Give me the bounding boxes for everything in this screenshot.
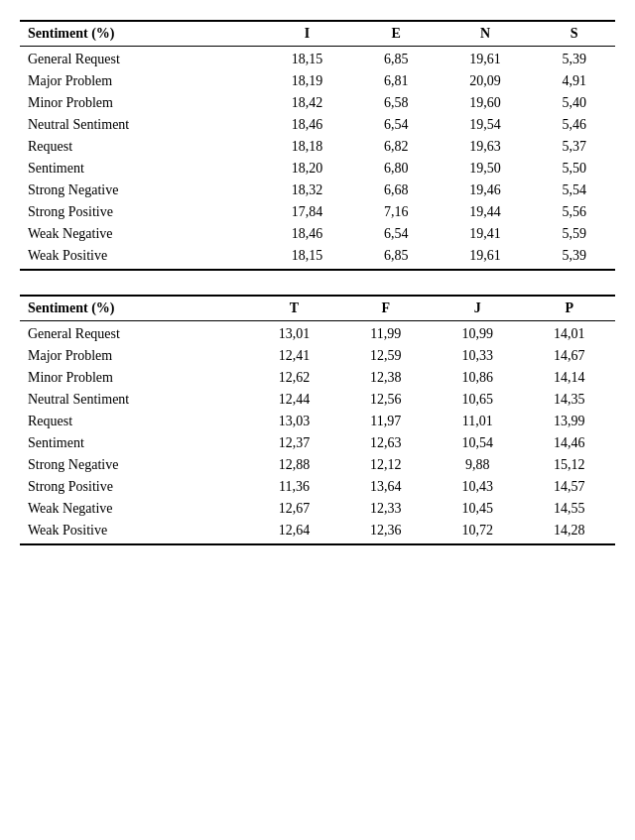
table1-cell-0-2: 6,85 — [355, 47, 438, 71]
table1-cell-7-0: Strong Positive — [20, 201, 259, 223]
table1-cell-3-0: Neutral Sentiment — [20, 114, 259, 136]
table2-cell-8-2: 12,33 — [340, 498, 432, 520]
table2-cell-3-3: 10,65 — [432, 389, 523, 411]
table1-cell-8-4: 5,59 — [533, 223, 615, 245]
table2-cell-6-4: 15,12 — [524, 454, 616, 476]
table2-cell-7-1: 11,36 — [248, 476, 339, 498]
table2-cell-6-2: 12,12 — [340, 454, 432, 476]
table1-header-row: Sentiment (%) I E N S — [20, 21, 615, 47]
table2-cell-0-0: General Request — [20, 321, 248, 346]
table1-cell-9-0: Weak Positive — [20, 245, 259, 270]
table2-cell-1-4: 14,67 — [524, 345, 616, 367]
table2-col-sentiment: Sentiment (%) — [20, 296, 248, 321]
table2-cell-1-3: 10,33 — [432, 345, 523, 367]
table1-cell-6-1: 18,32 — [259, 180, 355, 201]
table-row: Request18,186,8219,635,37 — [20, 136, 615, 158]
table2: Sentiment (%) T F J P General Request13,… — [20, 295, 615, 545]
table2-cell-9-2: 12,36 — [340, 520, 432, 544]
table-row: Weak Positive12,6412,3610,7214,28 — [20, 520, 615, 544]
table2-cell-5-4: 14,46 — [524, 432, 616, 454]
table1-cell-3-2: 6,54 — [355, 114, 438, 136]
table2-col-j: J — [432, 296, 523, 321]
table-row: General Request13,0111,9910,9914,01 — [20, 321, 615, 346]
table-row: Request13,0311,9711,0113,99 — [20, 411, 615, 432]
table2-col-f: F — [340, 296, 432, 321]
table1-cell-0-0: General Request — [20, 47, 259, 71]
table2-cell-4-2: 11,97 — [340, 411, 432, 432]
table2-cell-2-2: 12,38 — [340, 367, 432, 389]
table1-col-sentiment: Sentiment (%) — [20, 21, 259, 47]
table1-cell-9-3: 19,61 — [438, 245, 534, 270]
table2-cell-5-0: Sentiment — [20, 432, 248, 454]
table2-cell-0-2: 11,99 — [340, 321, 432, 346]
table2-cell-9-1: 12,64 — [248, 520, 339, 544]
table-row: Strong Negative12,8812,129,8815,12 — [20, 454, 615, 476]
table1-cell-4-3: 19,63 — [438, 136, 534, 158]
table1-cell-9-2: 6,85 — [355, 245, 438, 270]
table2-container: Sentiment (%) T F J P General Request13,… — [20, 295, 615, 545]
table2-cell-7-4: 14,57 — [524, 476, 616, 498]
table1-cell-2-1: 18,42 — [259, 92, 355, 114]
table2-cell-2-3: 10,86 — [432, 367, 523, 389]
table1-cell-1-1: 18,19 — [259, 70, 355, 92]
table2-cell-8-0: Weak Negative — [20, 498, 248, 520]
table1-cell-0-1: 18,15 — [259, 47, 355, 71]
table2-cell-8-3: 10,45 — [432, 498, 523, 520]
table1-col-e: E — [355, 21, 438, 47]
table2-cell-2-0: Minor Problem — [20, 367, 248, 389]
table1-cell-1-3: 20,09 — [438, 70, 534, 92]
table2-cell-0-1: 13,01 — [248, 321, 339, 346]
table1-cell-4-1: 18,18 — [259, 136, 355, 158]
table1-cell-0-4: 5,39 — [533, 47, 615, 71]
table1-cell-9-1: 18,15 — [259, 245, 355, 270]
table-row: Neutral Sentiment12,4412,5610,6514,35 — [20, 389, 615, 411]
table2-cell-0-4: 14,01 — [524, 321, 616, 346]
table-row: Minor Problem12,6212,3810,8614,14 — [20, 367, 615, 389]
table2-cell-4-0: Request — [20, 411, 248, 432]
table2-cell-3-2: 12,56 — [340, 389, 432, 411]
table2-header-row: Sentiment (%) T F J P — [20, 296, 615, 321]
table1-cell-9-4: 5,39 — [533, 245, 615, 270]
table1-col-n: N — [438, 21, 534, 47]
table1-col-s: S — [533, 21, 615, 47]
table-row: Weak Negative12,6712,3310,4514,55 — [20, 498, 615, 520]
table2-cell-3-4: 14,35 — [524, 389, 616, 411]
table1-cell-2-3: 19,60 — [438, 92, 534, 114]
table1-cell-7-2: 7,16 — [355, 201, 438, 223]
table2-cell-5-1: 12,37 — [248, 432, 339, 454]
table1-cell-6-2: 6,68 — [355, 180, 438, 201]
table1-cell-6-3: 19,46 — [438, 180, 534, 201]
table2-cell-1-0: Major Problem — [20, 345, 248, 367]
table1-cell-8-1: 18,46 — [259, 223, 355, 245]
table1-cell-6-0: Strong Negative — [20, 180, 259, 201]
table2-cell-5-3: 10,54 — [432, 432, 523, 454]
table1-cell-7-4: 5,56 — [533, 201, 615, 223]
table1-cell-5-1: 18,20 — [259, 158, 355, 180]
table1-cell-5-2: 6,80 — [355, 158, 438, 180]
table1-cell-3-4: 5,46 — [533, 114, 615, 136]
table-row: Sentiment18,206,8019,505,50 — [20, 158, 615, 180]
table1-cell-2-2: 6,58 — [355, 92, 438, 114]
table2-cell-9-3: 10,72 — [432, 520, 523, 544]
table2-col-p: P — [524, 296, 616, 321]
table1-cell-2-0: Minor Problem — [20, 92, 259, 114]
table1-cell-1-4: 4,91 — [533, 70, 615, 92]
table2-cell-4-3: 11,01 — [432, 411, 523, 432]
table-row: Strong Negative18,326,6819,465,54 — [20, 180, 615, 201]
table2-cell-7-3: 10,43 — [432, 476, 523, 498]
table2-cell-6-1: 12,88 — [248, 454, 339, 476]
table-row: Strong Positive11,3613,6410,4314,57 — [20, 476, 615, 498]
table1-cell-1-2: 6,81 — [355, 70, 438, 92]
table-row: Major Problem12,4112,5910,3314,67 — [20, 345, 615, 367]
table1-cell-8-0: Weak Negative — [20, 223, 259, 245]
table-row: Neutral Sentiment18,466,5419,545,46 — [20, 114, 615, 136]
table1-cell-1-0: Major Problem — [20, 70, 259, 92]
table2-cell-9-4: 14,28 — [524, 520, 616, 544]
table1-container: Sentiment (%) I E N S General Request18,… — [20, 20, 615, 271]
table1-cell-4-2: 6,82 — [355, 136, 438, 158]
table2-col-t: T — [248, 296, 339, 321]
table1-cell-5-4: 5,50 — [533, 158, 615, 180]
table1-cell-8-2: 6,54 — [355, 223, 438, 245]
table1-cell-7-1: 17,84 — [259, 201, 355, 223]
table1-cell-5-0: Sentiment — [20, 158, 259, 180]
